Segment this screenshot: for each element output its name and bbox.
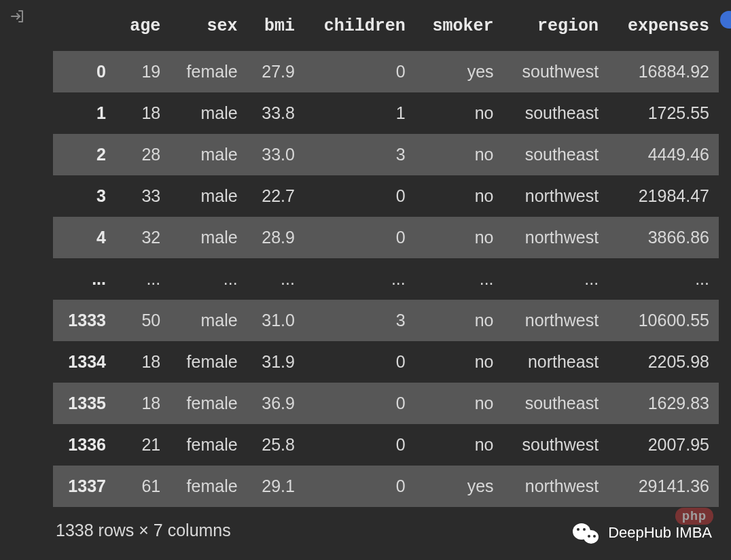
row-index: 1335 — [53, 383, 115, 424]
cell: female — [170, 424, 247, 466]
cell: 0 — [304, 175, 415, 217]
cell: 33 — [115, 175, 170, 217]
cell: southwest — [503, 51, 609, 92]
cell: no — [415, 134, 503, 175]
cell: 0 — [304, 466, 415, 507]
cell: ... — [608, 258, 719, 300]
cell: 3 — [304, 300, 415, 341]
cell: yes — [415, 466, 503, 507]
cell: 21 — [115, 424, 170, 466]
cell: southwest — [503, 424, 609, 466]
table-row: 118male33.81nosoutheast1725.55 — [53, 92, 719, 134]
cell: 19 — [115, 51, 170, 92]
col-header: expenses — [608, 11, 719, 51]
row-index: 0 — [53, 51, 115, 92]
cell: 29141.36 — [608, 466, 719, 507]
cell: 50 — [115, 300, 170, 341]
cell: 36.9 — [247, 383, 304, 424]
cell: 61 — [115, 466, 170, 507]
cell: 33.0 — [247, 134, 304, 175]
cell: southeast — [503, 134, 609, 175]
cell: male — [170, 92, 247, 134]
row-index: 4 — [53, 217, 115, 258]
cell: ... — [503, 258, 609, 300]
cell: 25.8 — [247, 424, 304, 466]
col-header: smoker — [415, 11, 503, 51]
cell: 28.9 — [247, 217, 304, 258]
cell: male — [170, 217, 247, 258]
table-row: 133621female25.80nosouthwest2007.95 — [53, 424, 719, 466]
cell: male — [170, 134, 247, 175]
row-index: 1334 — [53, 341, 115, 383]
cell: 28 — [115, 134, 170, 175]
row-index: 1333 — [53, 300, 115, 341]
cell: male — [170, 300, 247, 341]
table-row: 133418female31.90nonortheast2205.98 — [53, 341, 719, 383]
col-header: children — [304, 11, 415, 51]
cell: no — [415, 217, 503, 258]
row-index: 1 — [53, 92, 115, 134]
cell: 2205.98 — [608, 341, 719, 383]
cell: 18 — [115, 341, 170, 383]
cell: no — [415, 92, 503, 134]
cell: 18 — [115, 383, 170, 424]
cell: 0 — [304, 424, 415, 466]
cell: 0 — [304, 341, 415, 383]
cell: no — [415, 383, 503, 424]
cell: ... — [247, 258, 304, 300]
cell: ... — [304, 258, 415, 300]
table-row: 333male22.70nonorthwest21984.47 — [53, 175, 719, 217]
cell: 31.9 — [247, 341, 304, 383]
header-row: age sex bmi children smoker region expen… — [53, 11, 719, 51]
cell: 0 — [304, 51, 415, 92]
cell: ... — [415, 258, 503, 300]
table-row: 019female27.90yessouthwest16884.92 — [53, 51, 719, 92]
cell: female — [170, 51, 247, 92]
cell: 2007.95 — [608, 424, 719, 466]
cell: ... — [170, 258, 247, 300]
cell: northwest — [503, 217, 609, 258]
cell: 4449.46 — [608, 134, 719, 175]
cell: 1 — [304, 92, 415, 134]
cell: 22.7 — [247, 175, 304, 217]
cell: 10600.55 — [608, 300, 719, 341]
cell: no — [415, 341, 503, 383]
row-index: 3 — [53, 175, 115, 217]
index-header — [53, 11, 115, 51]
table-row: 133518female36.90nosoutheast1629.83 — [53, 383, 719, 424]
row-index: 1336 — [53, 424, 115, 466]
cell: male — [170, 175, 247, 217]
col-header: bmi — [247, 11, 304, 51]
cell: 31.0 — [247, 300, 304, 341]
cell: northwest — [503, 300, 609, 341]
row-index: 2 — [53, 134, 115, 175]
cell: southeast — [503, 383, 609, 424]
dataframe-summary: 1338 rows × 7 columns — [53, 521, 719, 540]
cell: northeast — [503, 341, 609, 383]
cell: female — [170, 383, 247, 424]
cell: no — [415, 175, 503, 217]
cell: 16884.92 — [608, 51, 719, 92]
cell: ... — [115, 258, 170, 300]
row-index: 1337 — [53, 466, 115, 507]
dataframe-output: age sex bmi children smoker region expen… — [0, 0, 731, 551]
cell: female — [170, 341, 247, 383]
cell: yes — [415, 51, 503, 92]
cell: female — [170, 466, 247, 507]
cell: 1725.55 — [608, 92, 719, 134]
cell: no — [415, 300, 503, 341]
cell: 0 — [304, 383, 415, 424]
cell: 0 — [304, 217, 415, 258]
cell: 32 — [115, 217, 170, 258]
row-index: ... — [53, 258, 115, 300]
table-row: 228male33.03nosoutheast4449.46 — [53, 134, 719, 175]
cell: northwest — [503, 466, 609, 507]
cell: 18 — [115, 92, 170, 134]
table-body: 019female27.90yessouthwest16884.92118mal… — [53, 51, 719, 507]
cell: 1629.83 — [608, 383, 719, 424]
col-header: age — [115, 11, 170, 51]
cell: 33.8 — [247, 92, 304, 134]
cell: northwest — [503, 175, 609, 217]
col-header: sex — [170, 11, 247, 51]
cell: no — [415, 424, 503, 466]
